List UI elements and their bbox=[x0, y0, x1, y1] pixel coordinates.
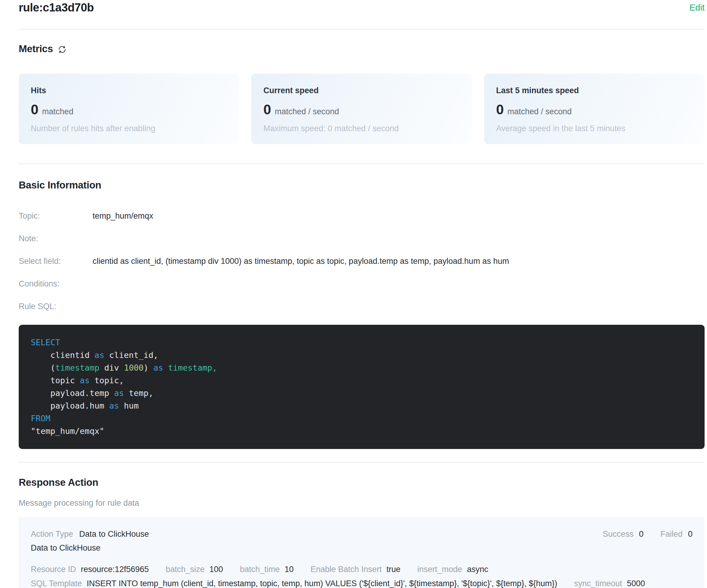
param-value: 5000 bbox=[627, 579, 645, 588]
info-label: Topic: bbox=[19, 211, 93, 221]
action-type-value: Data to ClickHouse bbox=[79, 529, 149, 539]
metric-card-last-5-minutes-speed: Last 5 minutes speed 0 matched / second … bbox=[484, 74, 705, 144]
param-label: batch_size bbox=[166, 565, 204, 574]
code-token: hum bbox=[119, 401, 139, 410]
code-line: "temp_hum/emqx" bbox=[31, 425, 693, 438]
code-token: clientid bbox=[31, 350, 94, 360]
param-value: resource:12f56965 bbox=[81, 565, 149, 574]
success-value: 0 bbox=[639, 529, 643, 539]
action-params: Resource IDresource:12f56965batch_size10… bbox=[31, 565, 693, 588]
code-token: payload.temp bbox=[31, 388, 114, 398]
code-line: payload.hum as hum bbox=[31, 400, 693, 412]
action-param-resource-id: Resource IDresource:12f56965 bbox=[31, 565, 149, 574]
failed-counter: Failed 0 bbox=[660, 529, 693, 539]
param-value: true bbox=[386, 565, 401, 574]
action-param-batch-size: batch_size100 bbox=[166, 565, 223, 574]
metric-card-title: Hits bbox=[31, 85, 227, 95]
code-token: as bbox=[153, 363, 163, 372]
info-row-rule-sql: Rule SQL: bbox=[19, 302, 705, 311]
page-header: rule:c1a3d70b Edit bbox=[19, 1, 705, 14]
basic-information-list: Topic: temp_hum/emqx Note: Select field:… bbox=[19, 211, 705, 311]
metric-value: 0 bbox=[496, 102, 504, 117]
response-action-heading: Response Action bbox=[19, 477, 705, 488]
info-value: clientid as client_id, (timestamp div 10… bbox=[93, 256, 509, 266]
code-token: SELECT bbox=[31, 338, 60, 347]
code-token: payload.hum bbox=[31, 401, 109, 410]
code-token: topic, bbox=[90, 376, 124, 385]
code-token: 1000 bbox=[124, 363, 143, 372]
code-line: clientid as client_id, bbox=[31, 349, 693, 361]
code-token: topic bbox=[31, 376, 80, 385]
metric-value: 0 bbox=[31, 102, 39, 117]
success-label: Success bbox=[603, 529, 633, 539]
code-token: "temp_hum/emqx" bbox=[31, 426, 104, 436]
metric-card-title: Current speed bbox=[263, 85, 460, 95]
response-action-card: Action Type Data to ClickHouse Success 0… bbox=[19, 517, 705, 588]
header-divider bbox=[19, 29, 705, 30]
info-label: Conditions: bbox=[19, 279, 93, 288]
metric-description: Average speed in the last 5 minutes bbox=[496, 124, 693, 133]
param-value: 100 bbox=[209, 565, 223, 574]
code-token: temp, bbox=[124, 388, 154, 398]
param-label: Enable Batch Insert bbox=[311, 565, 382, 574]
info-label: Rule SQL: bbox=[19, 302, 93, 311]
page-title: rule:c1a3d70b bbox=[19, 1, 94, 14]
code-token: client_id, bbox=[104, 350, 158, 360]
param-label: batch_time bbox=[240, 565, 280, 574]
code-token: as bbox=[94, 350, 104, 360]
action-header-row: Action Type Data to ClickHouse Success 0… bbox=[31, 529, 693, 539]
metric-description: Number of rules hits after enabling bbox=[31, 124, 227, 133]
param-value: 10 bbox=[284, 565, 294, 574]
action-param-sync-timeout: sync_timeout5000 bbox=[574, 579, 645, 588]
code-token: timestamp bbox=[55, 363, 99, 372]
code-line: topic as topic, bbox=[31, 374, 693, 387]
metric-unit: matched / second bbox=[275, 107, 339, 116]
metrics-section-heading: Metrics bbox=[19, 43, 705, 55]
code-line: (timestamp div 1000) as timestamp, bbox=[31, 361, 693, 374]
metric-unit: matched bbox=[42, 107, 74, 116]
code-token: ( bbox=[31, 363, 55, 372]
info-label: Note: bbox=[19, 234, 93, 243]
code-token: div bbox=[100, 363, 124, 372]
metric-card-current-speed: Current speed 0 matched / second Maximum… bbox=[251, 74, 472, 144]
info-value: temp_hum/emqx bbox=[93, 211, 153, 221]
code-token bbox=[163, 363, 168, 372]
info-row-select-field: Select field: clientid as client_id, (ti… bbox=[19, 256, 705, 266]
code-token: as bbox=[114, 388, 124, 398]
rule-sql-divider bbox=[19, 462, 705, 462]
info-label: Select field: bbox=[19, 256, 93, 266]
param-label: SQL Template bbox=[31, 579, 82, 588]
action-param-enable-batch-insert: Enable Batch Inserttrue bbox=[311, 565, 401, 574]
metric-value: 0 bbox=[263, 102, 271, 117]
response-action-subtitle: Message processing for rule data bbox=[19, 498, 705, 508]
metric-card-value-row: 0 matched bbox=[31, 102, 227, 117]
failed-value: 0 bbox=[688, 529, 693, 539]
action-type-label: Action Type bbox=[31, 529, 73, 539]
metric-card-hits: Hits 0 matched Number of rules hits afte… bbox=[19, 74, 239, 144]
code-token: as bbox=[109, 401, 119, 410]
param-value: async bbox=[467, 565, 488, 574]
code-token: as bbox=[80, 376, 90, 385]
failed-label: Failed bbox=[660, 529, 682, 539]
action-name: Data to ClickHouse bbox=[31, 543, 693, 553]
metrics-heading-label: Metrics bbox=[19, 43, 53, 55]
metric-unit: matched / second bbox=[507, 107, 572, 116]
param-value: INSERT INTO temp_hum (client_id, timesta… bbox=[87, 579, 558, 588]
edit-link[interactable]: Edit bbox=[689, 1, 705, 14]
param-label: Resource ID bbox=[31, 565, 76, 574]
refresh-icon[interactable] bbox=[58, 45, 67, 54]
code-line: SELECT bbox=[31, 336, 693, 349]
param-label: sync_timeout bbox=[574, 579, 622, 588]
rule-sql-code: SELECT clientid as client_id, (timestamp… bbox=[19, 325, 705, 449]
metric-card-value-row: 0 matched / second bbox=[496, 102, 693, 117]
action-param-batch-time: batch_time10 bbox=[240, 565, 294, 574]
metrics-cards-row: Hits 0 matched Number of rules hits afte… bbox=[19, 74, 705, 144]
action-param-sql-template: SQL TemplateINSERT INTO temp_hum (client… bbox=[31, 579, 557, 588]
metric-card-title: Last 5 minutes speed bbox=[496, 85, 693, 95]
info-row-conditions: Conditions: bbox=[19, 279, 705, 288]
code-line: payload.temp as temp, bbox=[31, 387, 693, 400]
metric-description: Maximum speed: 0 matched / second bbox=[263, 124, 460, 133]
metric-card-value-row: 0 matched / second bbox=[263, 102, 460, 117]
code-line: FROM bbox=[31, 412, 693, 425]
metrics-divider bbox=[19, 164, 705, 164]
